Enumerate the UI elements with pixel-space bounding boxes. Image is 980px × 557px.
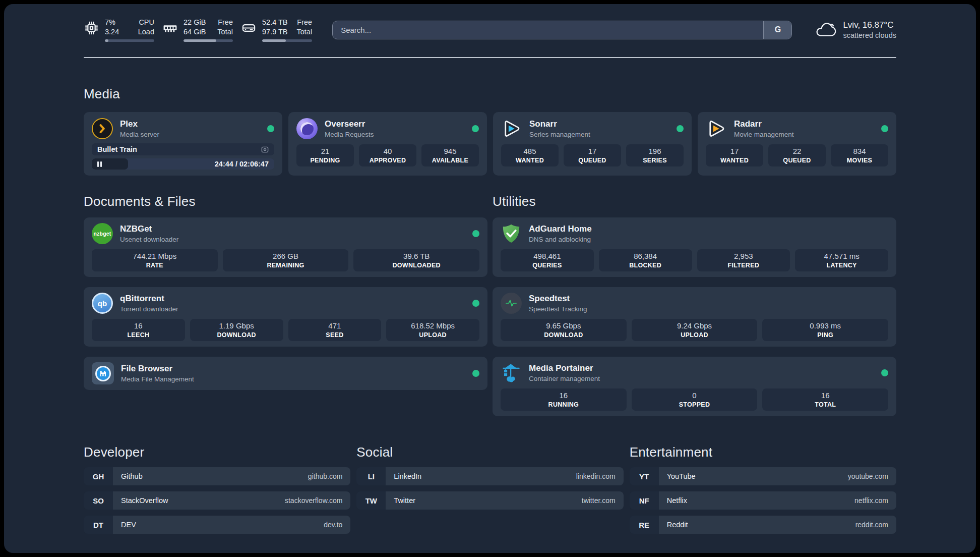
stat-tile: 744.21 MbpsRATE	[92, 249, 218, 271]
portainer-icon	[501, 362, 522, 383]
bookmark-name: Twitter	[394, 496, 415, 505]
stat-tile: 39.6 TBDOWNLOADED	[353, 249, 479, 271]
section-title-documents: Documents & Files	[84, 194, 487, 209]
stat-tile: 22QUEUED	[768, 144, 826, 166]
stat-tile: 196SERIES	[626, 144, 684, 166]
sonarr-card[interactable]: Sonarr Series management 485WANTED 17QUE…	[493, 112, 692, 176]
nzbget-icon: nzbget	[92, 223, 113, 244]
bookmark-abbr: RE	[630, 516, 659, 534]
stat-tile: 16LEECH	[92, 319, 185, 341]
ram-labels: Free Total	[217, 18, 233, 36]
weather-condition: scattered clouds	[843, 31, 896, 39]
bookmark-youtube[interactable]: YT YouTubeyoutube.com	[630, 467, 896, 485]
cpu-stat: 7% 3.24 CPU Load	[84, 18, 154, 41]
bookmark-dev[interactable]: DT DEVdev.to	[84, 516, 350, 534]
stat-tile: 1.19 GbpsDOWNLOAD	[190, 319, 283, 341]
app-title: Media Portainer	[529, 363, 600, 373]
app-title: File Browser	[121, 364, 194, 374]
plex-card[interactable]: Plex Media server Bullet Train 24:44 / 0…	[84, 112, 282, 176]
pause-icon[interactable]	[97, 161, 102, 167]
social-column: Social LI LinkedInlinkedin.com TW Twitte…	[356, 444, 623, 534]
bookmark-name: StackOverflow	[121, 496, 168, 505]
overseerr-card[interactable]: Overseerr Media Requests 21PENDING 40APP…	[288, 112, 487, 176]
app-subtitle: Usenet downloader	[120, 236, 178, 243]
bookmark-reddit[interactable]: RE Redditreddit.com	[630, 516, 896, 534]
status-dot	[472, 230, 479, 237]
now-playing-title: Bullet Train	[97, 145, 137, 153]
stat-tile: 0.993 msPING	[762, 319, 888, 341]
status-dot	[267, 125, 274, 132]
cpu-labels: CPU Load	[138, 18, 154, 36]
app-title: Radarr	[734, 119, 794, 129]
now-playing-row: Bullet Train	[92, 143, 274, 155]
overseerr-icon	[296, 118, 318, 139]
app-subtitle: Container management	[529, 375, 600, 382]
bookmark-name: YouTube	[667, 472, 696, 480]
cloud-icon	[814, 22, 836, 38]
disk-labels: Free Total	[297, 18, 313, 36]
bookmark-linkedin[interactable]: LI LinkedInlinkedin.com	[356, 467, 623, 485]
speedtest-card[interactable]: Speedtest Speedtest Tracking 9.65 GbpsDO…	[493, 287, 896, 347]
nzbget-card[interactable]: nzbget NZBGet Usenet downloader 744.21 M…	[84, 217, 487, 277]
bookmark-github[interactable]: GH Githubgithub.com	[84, 467, 350, 485]
playback-progress-bar[interactable]: 24:44 / 02:06:47	[92, 158, 274, 170]
bookmark-name: DEV	[121, 521, 136, 529]
section-title-media: Media	[84, 86, 896, 102]
bookmark-name: LinkedIn	[394, 472, 421, 480]
status-dot	[472, 370, 479, 377]
header: 7% 3.24 CPU Load	[84, 16, 896, 43]
filebrowser-icon	[92, 362, 114, 384]
app-subtitle: DNS and adblocking	[529, 236, 592, 243]
header-divider	[84, 57, 896, 58]
ram-stat: 22 GiB 64 GiB Free Total	[162, 18, 233, 41]
cpu-progress-bar	[105, 39, 154, 42]
stat-tile: 618.52 MbpsUPLOAD	[386, 319, 479, 341]
entertainment-column: Entertainment YT YouTubeyoutube.com NF N…	[630, 444, 896, 534]
portainer-card[interactable]: Media Portainer Container management 16R…	[493, 357, 896, 416]
bookmark-stackoverflow[interactable]: SO StackOverflowstackoverflow.com	[84, 491, 350, 510]
stat-tile: 266 GBREMAINING	[223, 249, 349, 271]
bookmark-abbr: TW	[356, 491, 386, 510]
stat-tile: 498,461QUERIES	[501, 249, 594, 271]
section-title-social: Social	[356, 444, 623, 460]
stat-tile: 9.65 GbpsDOWNLOAD	[501, 319, 627, 341]
bookmark-url: youtube.com	[848, 472, 888, 480]
adguard-card[interactable]: AdGuard Home DNS and adblocking 498,461Q…	[493, 217, 896, 277]
bookmark-url: netflix.com	[854, 496, 888, 505]
qbittorrent-icon: qb	[92, 293, 113, 314]
section-title-developer: Developer	[84, 444, 350, 460]
bookmark-url: twitter.com	[582, 496, 616, 505]
bookmark-abbr: DT	[84, 516, 113, 534]
speedtest-icon	[501, 293, 522, 314]
search-provider-button[interactable]: G	[763, 21, 791, 39]
bookmark-url: dev.to	[324, 521, 342, 529]
radarr-card[interactable]: Radarr Movie management 17WANTED 22QUEUE…	[698, 112, 896, 176]
bookmark-abbr: SO	[84, 491, 113, 510]
adguard-icon	[501, 223, 522, 244]
documents-column: Documents & Files nzbget NZBGet Usenet d…	[84, 194, 487, 390]
stat-tile: 9.24 GbpsUPLOAD	[632, 319, 758, 341]
status-dot	[472, 300, 479, 307]
radarr-icon	[706, 118, 727, 139]
bookmark-netflix[interactable]: NF Netflixnetflix.com	[630, 491, 896, 510]
stat-tile: 16TOTAL	[762, 388, 888, 411]
app-title: Plex	[120, 119, 159, 129]
display-icon	[261, 146, 269, 153]
playback-time: 24:44 / 02:06:47	[215, 160, 274, 168]
bookmark-twitter[interactable]: TW Twittertwitter.com	[356, 491, 623, 510]
app-subtitle: Series management	[529, 131, 590, 138]
bookmark-name: Github	[121, 472, 143, 480]
bookmark-name: Netflix	[667, 496, 687, 505]
developer-column: Developer GH Githubgithub.com SO StackOv…	[84, 444, 350, 534]
bookmark-abbr: NF	[630, 491, 659, 510]
filebrowser-card[interactable]: File Browser Media File Management	[84, 357, 487, 390]
stat-tile: 40APPROVED	[359, 144, 416, 166]
disk-progress-bar	[262, 39, 312, 42]
stat-tile: 2,953FILTERED	[697, 249, 790, 271]
media-cards: Plex Media server Bullet Train 24:44 / 0…	[84, 112, 896, 176]
qbittorrent-card[interactable]: qb qBittorrent Torrent downloader 16LEEC…	[84, 287, 487, 347]
search-input[interactable]	[333, 21, 763, 39]
bookmark-abbr: GH	[84, 467, 113, 485]
utilities-column: Utilities AdGuard Home DNS and adblockin…	[493, 194, 896, 416]
stat-tile: 945AVAILABLE	[421, 144, 479, 166]
